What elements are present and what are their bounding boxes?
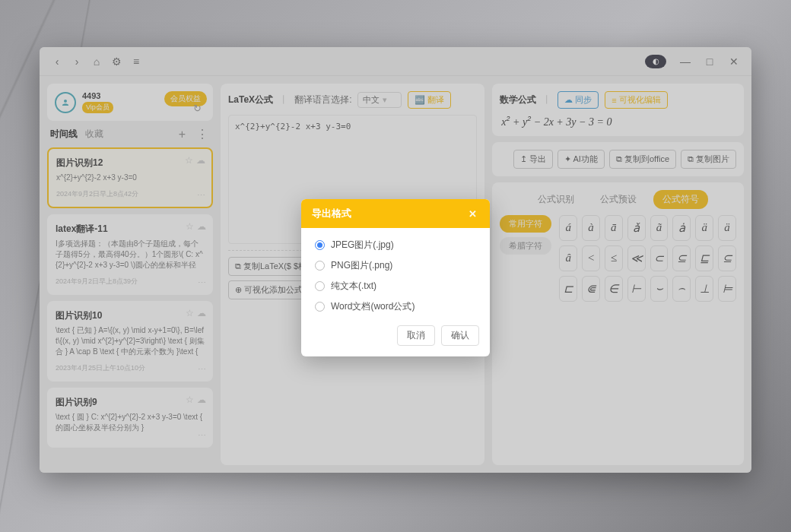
option-label: PNG图片(.png) [331,259,392,272]
option-label: 纯文本(.txt) [331,280,376,293]
radio-icon [315,281,325,291]
modal-close-button[interactable]: ✕ [465,208,479,220]
radio-icon [315,261,325,271]
modal-cancel-button[interactable]: 取消 [397,325,435,346]
export-option[interactable]: PNG图片(.png) [315,259,476,272]
option-label: Word文档(word公式) [331,300,415,313]
export-option[interactable]: JPEG图片(.jpg) [315,239,476,252]
option-label: JPEG图片(.jpg) [331,239,394,252]
app-window: ‹ › ⌂ ⚙ ≡ ◐ — □ ✕ 4493 Vip会员 会员权益 ↻ [40,47,751,473]
export-option[interactable]: 纯文本(.txt) [315,280,476,293]
export-option[interactable]: Word文档(word公式) [315,300,476,313]
export-modal: 导出格式 ✕ JPEG图片(.jpg)PNG图片(.png)纯文本(.txt)W… [301,199,490,356]
modal-overlay[interactable]: 导出格式 ✕ JPEG图片(.jpg)PNG图片(.png)纯文本(.txt)W… [40,47,751,473]
modal-title: 导出格式 [312,207,351,220]
radio-icon [315,302,325,312]
radio-icon [315,240,325,250]
modal-ok-button[interactable]: 确认 [441,325,479,346]
